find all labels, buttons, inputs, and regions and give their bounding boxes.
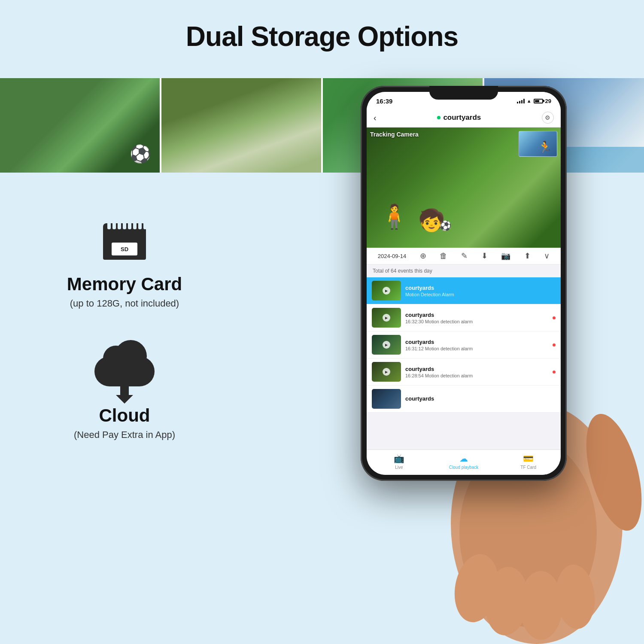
app-header: ‹ courtyards ⚙ [367,108,561,128]
toolbar-target-btn[interactable]: ⊕ [420,251,426,261]
cloud-playback-icon: ☁ [459,453,468,464]
event-item[interactable]: ▶ courtyards Motion Detection Alarm [367,277,561,304]
settings-button[interactable]: ⚙ [542,112,554,124]
app-title-area: courtyards [437,113,481,122]
battery-level: 29 [545,98,551,104]
toolbar-share-btn[interactable]: ⬆ [524,251,531,261]
play-icon: ▶ [383,368,390,376]
toolbar-edit-btn[interactable]: ✎ [461,251,468,261]
phone-notch [429,86,498,100]
tf-card-label: TF Card [520,465,536,470]
event-detail: 16:32:30 Motion detection alarm [405,319,548,324]
event-thumbnail: ▶ [372,308,401,328]
video-background: Tracking Camera 🏃 🧍 🧒 ⚽ [367,128,561,248]
toolbar-date[interactable]: 2024-09-14 [378,253,407,259]
event-name: courtyards [405,395,556,402]
wifi-icon: ▲ [527,98,532,103]
toolbar: 2024-09-14 ⊕ 🗑 ✎ ⬇ 📷 ⬆ ∨ [367,248,561,264]
event-info: courtyards 16:32:30 Motion detection ala… [405,312,548,324]
status-icons: ▲ 29 [517,98,551,104]
event-dot [553,371,556,374]
tracking-camera-label: Tracking Camera [370,131,419,138]
photo-soccer-field [0,78,160,173]
storage-options: SD Memory Card (up to 128G, not included… [34,223,215,440]
sd-card-section: SD Memory Card (up to 128G, not included… [34,223,215,335]
event-detail: 16:28:54 Motion detection alarm [405,373,548,378]
event-name: courtyards [405,366,548,372]
event-info: courtyards 16:31:12 Motion detection ala… [405,339,548,351]
thumb-person-icon: 🏃 [538,140,553,155]
event-thumbnail: ▶ [372,281,401,301]
event-thumbnail: ▶ [372,362,401,382]
toolbar-delete-btn[interactable]: 🗑 [440,252,447,261]
tab-live[interactable]: 📺 Live [367,453,431,470]
live-icon: 📺 [394,453,404,464]
svg-point-5 [519,571,562,640]
event-item[interactable]: ▶ courtyards 16:32:30 Motion detection a… [367,304,561,331]
event-info: courtyards Motion Detection Alarm [405,285,556,297]
sd-label: SD [112,243,137,255]
event-dot [553,343,556,346]
signal-bars [517,98,525,103]
toolbar-more-btn[interactable]: ∨ [544,251,550,261]
event-name: courtyards [405,339,548,345]
memory-card-title: Memory Card [67,274,182,295]
online-indicator [437,116,440,119]
events-list: ▶ courtyards Motion Detection Alarm ▶ co… [367,277,561,413]
bottom-tabs: 📺 Live ☁ Cloud playback 💳 TF Card [367,450,561,475]
phone-container: 16:39 ▲ 29 ‹ [318,86,644,601]
event-info: courtyards 16:28:54 Motion detection ala… [405,366,548,378]
cloud-section: Cloud (Need Pay Extra in App) [34,343,215,440]
event-info: courtyards [405,395,556,403]
event-name: courtyards [405,285,556,291]
event-thumbnail [372,389,401,409]
video-thumbnail: 🏃 [519,131,557,157]
event-dot [553,316,556,319]
event-thumbnail: ▶ [372,335,401,355]
event-item[interactable]: ▶ courtyards 16:28:54 Motion detection a… [367,358,561,386]
photo-aerial-view [161,78,321,173]
tab-tf-card[interactable]: 💳 TF Card [496,453,561,470]
toolbar-download-btn[interactable]: ⬇ [481,251,488,261]
event-item[interactable]: courtyards [367,386,561,413]
event-name: courtyards [405,312,548,318]
tab-cloud-playback[interactable]: ☁ Cloud playback [431,453,496,470]
soccer-ball: ⚽ [440,220,451,231]
soccer-player-1: 🧍 [380,203,409,231]
phone-screen: 16:39 ▲ 29 ‹ [367,92,561,475]
page-title: Dual Storage Options [0,0,644,52]
events-header: Total of 64 events this day [367,264,561,277]
status-time: 16:39 [376,97,392,105]
battery-icon [534,99,543,103]
sd-card-icon: SD [99,223,150,266]
cloud-playback-label: Cloud playback [449,465,478,470]
live-label: Live [395,465,403,470]
play-icon: ▶ [383,314,390,322]
back-button[interactable]: ‹ [374,113,377,123]
cloud-icon [90,343,159,399]
event-detail: Motion Detection Alarm [405,292,556,297]
memory-card-subtitle: (up to 128G, not included) [70,298,179,309]
play-icon: ▶ [383,287,390,295]
cloud-subtitle: (Need Pay Extra in App) [74,429,175,440]
phone-frame: 16:39 ▲ 29 ‹ [361,86,567,481]
tf-card-icon: 💳 [523,453,534,464]
video-player[interactable]: Tracking Camera 🏃 🧍 🧒 ⚽ ⏸ 🔊 1x [367,128,561,248]
toolbar-camera-btn[interactable]: 📷 [501,251,510,261]
play-icon: ▶ [383,341,390,349]
cloud-title: Cloud [99,405,150,426]
event-item[interactable]: ▶ courtyards 16:31:12 Motion detection a… [367,331,561,358]
app-title-text: courtyards [443,113,481,122]
event-detail: 16:31:12 Motion detection alarm [405,346,548,351]
